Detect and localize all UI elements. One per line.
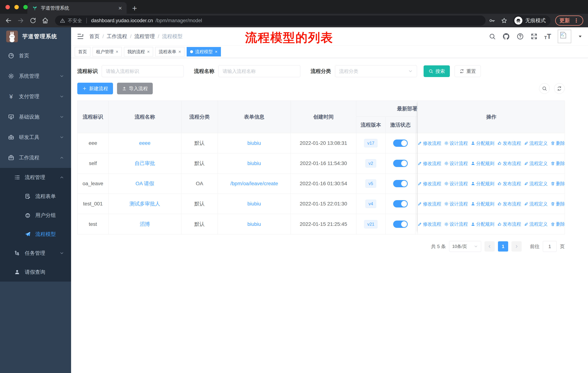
sidebar-item-devtools[interactable]: 研发工具 xyxy=(0,127,71,148)
sidebar-item-task-management[interactable]: 任务管理 xyxy=(0,244,71,263)
search-icon[interactable] xyxy=(489,33,496,40)
delete-link[interactable]: 删除 xyxy=(551,201,565,207)
publish-process-link[interactable]: 发布流程 xyxy=(497,221,521,227)
assign-rule-link[interactable]: 分配规则 xyxy=(471,161,494,166)
back-icon[interactable] xyxy=(5,17,12,24)
design-process-link[interactable]: 设计流程 xyxy=(444,201,468,207)
sidebar-collapse-icon[interactable] xyxy=(77,33,84,40)
process-name-link[interactable]: OA 请假 xyxy=(136,180,154,187)
delete-link[interactable]: 删除 xyxy=(551,161,565,166)
process-name-link[interactable]: 测试多审批人 xyxy=(130,200,160,207)
page-1-button[interactable]: 1 xyxy=(498,241,508,252)
delete-link[interactable]: 删除 xyxy=(551,140,565,146)
design-process-link[interactable]: 设计流程 xyxy=(444,161,468,166)
modify-process-link[interactable]: 修改流程 xyxy=(418,140,441,146)
form-info-link[interactable]: biubiu xyxy=(247,221,261,227)
publish-process-link[interactable]: 发布流程 xyxy=(497,181,521,187)
form-info-link[interactable]: biubiu xyxy=(247,201,261,207)
process-name-link[interactable]: eeee xyxy=(139,140,150,146)
active-toggle[interactable] xyxy=(393,160,408,167)
import-process-button[interactable]: 导入流程 xyxy=(117,83,153,94)
sidebar-item-process-management[interactable]: 流程管理 xyxy=(0,168,71,187)
tag-close-icon[interactable]: × xyxy=(116,49,118,54)
avatar[interactable] xyxy=(558,30,571,43)
process-key-input[interactable] xyxy=(102,65,184,77)
window-minimize-button[interactable] xyxy=(14,5,19,9)
process-name-input[interactable] xyxy=(218,65,300,77)
modify-process-link[interactable]: 修改流程 xyxy=(418,221,441,227)
window-controls[interactable] xyxy=(5,5,28,9)
active-toggle[interactable] xyxy=(393,221,408,228)
publish-process-link[interactable]: 发布流程 xyxy=(497,201,521,207)
page-size-select[interactable]: 10条/页 xyxy=(449,241,481,252)
forward-icon[interactable] xyxy=(17,17,24,24)
delete-link[interactable]: 删除 xyxy=(551,221,565,227)
goto-page-input[interactable] xyxy=(543,241,557,252)
sidebar-item-infrastructure[interactable]: 基础设施 xyxy=(0,107,71,127)
form-info-link[interactable]: /bpm/oa/leave/create xyxy=(230,181,278,186)
form-info-link[interactable]: biubiu xyxy=(247,161,261,166)
design-process-link[interactable]: 设计流程 xyxy=(444,221,468,227)
next-page-button[interactable] xyxy=(511,241,522,252)
active-toggle[interactable] xyxy=(393,180,408,187)
window-zoom-button[interactable] xyxy=(23,5,28,9)
design-process-link[interactable]: 设计流程 xyxy=(444,181,468,187)
reset-button[interactable]: 重置 xyxy=(455,65,481,77)
active-toggle[interactable] xyxy=(393,140,408,147)
password-key-icon[interactable] xyxy=(489,17,495,24)
sidebar-item-process-form[interactable]: 流程表单 xyxy=(0,187,71,206)
process-definition-link[interactable]: 流程定义 xyxy=(524,201,548,207)
browser-tab[interactable]: 芋道管理系统 × xyxy=(27,2,127,14)
font-size-icon[interactable]: TT xyxy=(544,33,551,40)
sidebar-item-workflow[interactable]: 工作流程 xyxy=(0,148,71,168)
tag-close-icon[interactable]: × xyxy=(215,49,217,54)
search-button[interactable]: 搜索 xyxy=(424,65,450,77)
active-toggle[interactable] xyxy=(393,200,408,207)
help-icon[interactable] xyxy=(516,33,524,40)
breadcrumb-home[interactable]: 首页 xyxy=(89,33,100,40)
assign-rule-link[interactable]: 分配规则 xyxy=(471,181,494,187)
sidebar-item-process-model[interactable]: 流程模型 xyxy=(0,225,71,244)
not-secure-warning-icon[interactable] xyxy=(60,18,65,23)
tab-close-icon[interactable]: × xyxy=(118,5,122,11)
publish-process-link[interactable]: 发布流程 xyxy=(497,161,521,166)
category-select[interactable]: 流程分类 xyxy=(335,65,417,77)
assign-rule-link[interactable]: 分配规则 xyxy=(471,221,494,227)
process-definition-link[interactable]: 流程定义 xyxy=(524,140,548,146)
create-process-button[interactable]: 新建流程 xyxy=(77,83,113,94)
assign-rule-link[interactable]: 分配规则 xyxy=(471,201,494,207)
home-icon[interactable] xyxy=(42,17,49,24)
tag-process-form[interactable]: 流程表单 × xyxy=(155,47,184,56)
sidebar-item-home[interactable]: 首页 xyxy=(0,46,71,66)
publish-process-link[interactable]: 发布流程 xyxy=(497,140,521,146)
sidebar-item-system[interactable]: 系统管理 xyxy=(0,66,71,86)
reload-icon[interactable] xyxy=(30,17,36,24)
tag-process-model[interactable]: 流程模型 × xyxy=(187,47,221,56)
tag-close-icon[interactable]: × xyxy=(147,49,150,54)
design-process-link[interactable]: 设计流程 xyxy=(444,140,468,146)
tag-home[interactable]: 首页 xyxy=(75,47,90,56)
fullscreen-icon[interactable] xyxy=(530,33,538,40)
tag-close-icon[interactable]: × xyxy=(178,49,181,54)
sidebar-item-user-group[interactable]: 用户分组 xyxy=(0,206,71,225)
sidebar-item-leave-query[interactable]: 请假查询 xyxy=(0,263,71,282)
modify-process-link[interactable]: 修改流程 xyxy=(418,161,441,166)
url-bar[interactable]: 不安全 dashboard.yudao.iocoder.cn/bpm/manag… xyxy=(55,15,486,26)
sidebar-item-payment[interactable]: ¥ 支付管理 xyxy=(0,86,71,107)
breadcrumb-process-management[interactable]: 流程管理 xyxy=(135,33,155,40)
browser-menu-icon[interactable]: ⋮ xyxy=(574,19,579,22)
new-tab-button[interactable]: + xyxy=(132,4,137,12)
browser-update-button[interactable]: 更新 ⋮ xyxy=(555,15,583,26)
tag-tenant-management[interactable]: 租户管理 × xyxy=(93,47,122,56)
process-name-link[interactable]: 自己审批 xyxy=(135,160,155,167)
show-search-button[interactable] xyxy=(539,83,550,94)
prev-page-button[interactable] xyxy=(484,241,495,252)
window-close-button[interactable] xyxy=(5,5,10,9)
process-name-link[interactable]: 滔博 xyxy=(140,221,150,228)
refresh-table-button[interactable] xyxy=(554,83,565,94)
assign-rule-link[interactable]: 分配规则 xyxy=(471,140,494,146)
process-definition-link[interactable]: 流程定义 xyxy=(524,161,548,166)
app-logo-row[interactable]: 芋道管理系统 xyxy=(0,27,71,46)
delete-link[interactable]: 删除 xyxy=(551,181,565,187)
tag-my-process[interactable]: 我的流程 × xyxy=(124,47,153,56)
